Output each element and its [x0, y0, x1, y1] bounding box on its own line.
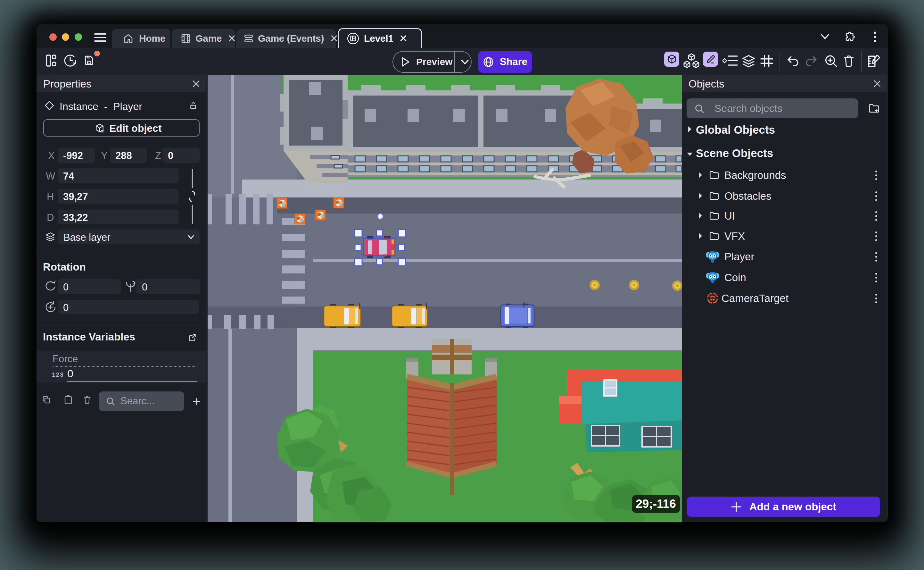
svg-text:3D: 3D	[101, 130, 104, 133]
svg-text:29;-116: 29;-116	[636, 497, 676, 510]
